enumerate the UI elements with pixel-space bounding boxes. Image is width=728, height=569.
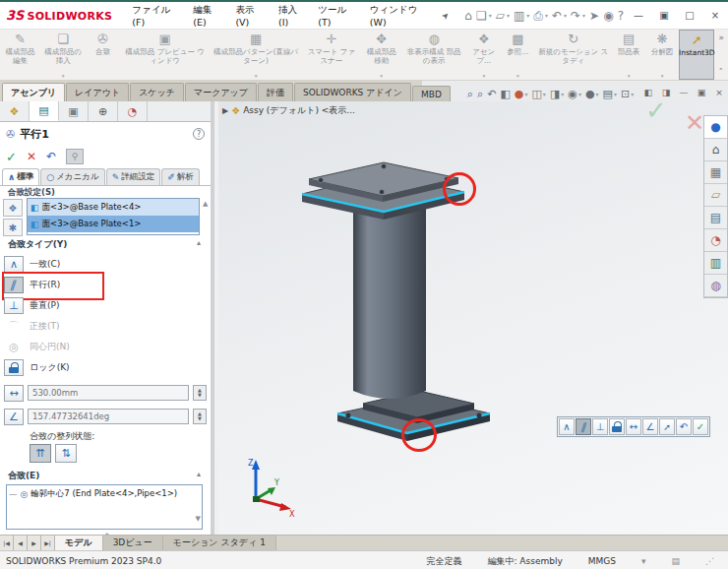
mate-selection-tool-button[interactable]: ✱ xyxy=(3,219,23,236)
quick-access-button[interactable]: ➤ xyxy=(589,10,599,22)
vcr-button[interactable]: ▶ xyxy=(28,536,41,550)
selection-list-item[interactable]: ◧ 面<3>@Base Plate<1> xyxy=(28,216,199,232)
mate-toolbar-button[interactable] xyxy=(693,418,708,435)
chevron-down-icon[interactable]: ▾ xyxy=(561,91,564,97)
mate-type-option[interactable]: 同心円(N) xyxy=(4,337,207,357)
quick-access-button[interactable]: ◉ xyxy=(603,10,613,22)
ribbon-button[interactable]: ▩ 参照... ▾ xyxy=(501,30,534,80)
command-tab[interactable]: レイアウト xyxy=(66,83,129,101)
manager-panel-tab[interactable]: ▤ xyxy=(30,101,59,121)
command-tab[interactable]: アセンブリ xyxy=(2,83,65,101)
scroll-up-icon[interactable]: ▲ xyxy=(203,200,208,208)
tag-icon[interactable]: ▤ xyxy=(671,556,680,566)
heads-up-button[interactable]: ⌕ xyxy=(477,89,483,99)
ribbon-overflow-icon[interactable]: » xyxy=(718,32,724,42)
manager-panel-tab[interactable]: ❖ xyxy=(0,101,30,121)
3d-model[interactable] xyxy=(270,143,525,468)
menu-item[interactable]: 表示(V) xyxy=(229,2,273,30)
ribbon-button[interactable]: ↻ 新規のモーション スタディ xyxy=(534,30,612,80)
window-control-button[interactable]: ▣ xyxy=(651,4,677,28)
ribbon-button[interactable]: ✥ 構成部品移動 ▾ xyxy=(361,30,401,80)
quick-access-button[interactable]: ? xyxy=(618,10,624,22)
document-tab[interactable]: モーション スタディ 1 xyxy=(163,536,276,550)
expand-arrow-icon[interactable]: ▶ xyxy=(222,106,228,115)
heads-up-button[interactable]: ◨ ▾ xyxy=(550,89,564,99)
command-tab[interactable]: SOLIDWORKS アドイン xyxy=(294,83,411,101)
chevron-down-icon[interactable]: ▾ xyxy=(564,12,567,19)
manager-panel-tab[interactable]: ⊕ xyxy=(89,101,118,121)
chevron-down-icon[interactable]: ▾ xyxy=(380,73,383,79)
model-pipe[interactable] xyxy=(353,204,426,399)
ribbon-collapse-icon[interactable]: ˄ xyxy=(718,67,724,77)
document-tab[interactable]: モデル xyxy=(55,536,103,550)
task-pane-tab[interactable] xyxy=(704,161,727,184)
mate-toolbar-button[interactable] xyxy=(626,418,641,435)
chevron-down-icon[interactable]: ▾ xyxy=(578,91,581,97)
resize-grip-icon[interactable]: ⋰ xyxy=(705,556,714,566)
heads-up-button[interactable]: ▤ ▾ xyxy=(603,89,617,99)
vcr-button[interactable]: |◀ xyxy=(0,536,14,550)
mate-selection-tool-button[interactable]: ❖ xyxy=(3,199,23,217)
mate-type-option[interactable]: 正接(T) xyxy=(4,316,207,337)
window-control-button[interactable]: □ xyxy=(677,4,702,28)
chevron-down-icon[interactable]: ▾ xyxy=(524,91,527,97)
undo-button[interactable]: ↶ xyxy=(46,150,56,163)
cancel-button[interactable]: ✕ xyxy=(27,150,36,163)
document-window-button[interactable]: ◧ xyxy=(639,85,657,99)
task-pane-tab[interactable] xyxy=(704,116,727,139)
document-window-button[interactable]: — xyxy=(675,85,693,99)
mate-mode-tab[interactable]: ○ メカニカル xyxy=(40,168,104,185)
confirmation-ok-icon[interactable]: ✓ xyxy=(645,101,667,125)
document-window-button[interactable]: ◨ xyxy=(657,85,675,99)
units-caret-icon[interactable]: ▾ xyxy=(641,556,646,566)
mate-mode-tab[interactable]: ✎ 詳細設定 xyxy=(106,168,161,185)
collapse-icon[interactable]: ▴ xyxy=(197,238,201,247)
window-control-button[interactable]: — xyxy=(626,4,651,28)
menu-item[interactable]: ファイル(F) xyxy=(126,2,187,30)
quick-access-button[interactable]: ↶ ▾ xyxy=(552,10,567,22)
ribbon-button[interactable]: ▦ 構成部品パターン(直線パターン) ▾ xyxy=(211,30,302,80)
vcr-button[interactable]: ▶| xyxy=(41,536,55,550)
manager-panel-tab[interactable]: ◔ xyxy=(118,101,148,121)
ribbon-button[interactable]: ✇ 合致 xyxy=(87,30,120,80)
distance-stepper[interactable]: ▲▼ xyxy=(193,385,207,401)
chevron-down-icon[interactable]: ▾ xyxy=(507,12,510,19)
quick-access-button[interactable]: ❏ ▾ xyxy=(476,10,492,22)
alignment-toggle-button[interactable]: ⇈ xyxy=(30,444,51,463)
menu-item[interactable]: 編集(E) xyxy=(187,2,229,30)
task-pane-tab[interactable] xyxy=(704,139,727,161)
menu-item[interactable]: 挿入(I) xyxy=(273,2,312,30)
collapse-icon[interactable]: ▴ xyxy=(197,470,201,478)
heads-up-button[interactable]: ⊡ ▾ xyxy=(621,89,634,99)
chevron-down-icon[interactable]: ▾ xyxy=(62,73,65,79)
chevron-down-icon[interactable]: ▾ xyxy=(596,91,599,97)
mate-toolbar-button[interactable] xyxy=(659,418,675,435)
chevron-down-icon[interactable]: ▾ xyxy=(582,12,585,19)
ribbon-button[interactable]: ◍ 非表示構成 部品の表示 xyxy=(401,30,466,80)
mate-toolbar-button[interactable] xyxy=(609,418,625,435)
quick-access-button[interactable]: ▱ ▾ xyxy=(496,10,510,22)
heads-up-button[interactable]: ● ▾ xyxy=(585,89,599,99)
heads-up-button[interactable]: ◧ xyxy=(500,89,510,99)
chevron-down-icon[interactable]: ▾ xyxy=(516,73,519,79)
task-pane-tab[interactable] xyxy=(704,275,727,297)
mate-type-option[interactable]: 一致(C) xyxy=(4,254,207,275)
scroll-down-icon[interactable]: ▼ xyxy=(196,515,201,523)
manager-panel-tab[interactable]: ▣ xyxy=(59,101,89,121)
window-control-button[interactable]: × xyxy=(702,4,728,28)
task-pane-tab[interactable] xyxy=(704,207,727,229)
mate-toolbar-button[interactable] xyxy=(642,418,658,435)
quick-access-button[interactable]: ↷ ▾ xyxy=(571,10,585,22)
ribbon-button[interactable]: ▤ 部品表 ▾ xyxy=(612,30,645,80)
menu-item[interactable]: ウィンドウ(W) xyxy=(364,2,438,30)
units-selector[interactable]: MMGS xyxy=(588,556,616,566)
ok-button[interactable]: ✓ xyxy=(6,150,17,164)
graphics-area[interactable]: ▶ ❖ Assy (デフォルト) <表示... ✓ ✕ xyxy=(218,101,728,535)
pin-button[interactable]: ⚲ xyxy=(66,149,84,164)
chevron-down-icon[interactable]: ▾ xyxy=(543,91,546,97)
ribbon-button[interactable]: ➚ Instant3D xyxy=(679,30,714,80)
pin-icon[interactable]: ➤ xyxy=(439,9,451,21)
heads-up-button[interactable]: ◉ ▾ xyxy=(568,89,581,99)
mate-type-option[interactable]: ロック(K) xyxy=(4,357,207,378)
task-pane-tab[interactable] xyxy=(704,252,727,275)
